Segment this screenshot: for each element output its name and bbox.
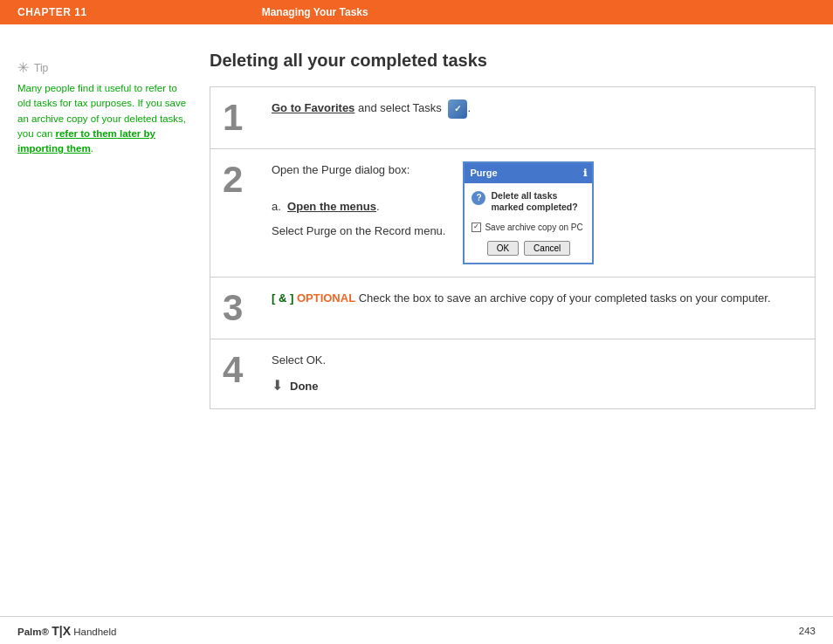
purge-ok-button[interactable]: OK xyxy=(487,241,519,256)
step-2-content: Open the Purge dialog box: a. Open the m… xyxy=(272,149,815,277)
step-4-content: Select OK. ⬇ Done xyxy=(272,339,815,409)
purge-title: Purge xyxy=(470,166,497,181)
steps-container: 1 Go to Favorites and select Tasks ✓. 2 … xyxy=(210,86,816,409)
step-1-row: 1 Go to Favorites and select Tasks ✓. xyxy=(210,87,815,149)
purge-checkbox-row[interactable]: ✓ Save archive copy on PC xyxy=(472,221,585,234)
step-2-b: Select Purge on the Record menu. xyxy=(272,223,445,241)
purge-buttons: OK Cancel xyxy=(472,241,585,256)
purge-dialog: Purge ℹ ? Delete all tasks marked comple… xyxy=(463,161,594,264)
step-2-row: 2 Open the Purge dialog box: a. Open the… xyxy=(210,149,815,277)
step-2-intro: Open the Purge dialog box: xyxy=(272,161,445,180)
purge-question-icon: ? xyxy=(472,191,485,205)
purge-question-text: Delete all tasks marked completed? xyxy=(491,190,585,214)
step-2-a: a. Open the menus. xyxy=(272,198,445,216)
header-bar: CHAPTER 11 Managing Your Tasks xyxy=(0,0,833,24)
step-2-inner: Open the Purge dialog box: a. Open the m… xyxy=(272,161,802,264)
done-arrow-icon: ⬇ xyxy=(272,375,283,396)
done-label: Done xyxy=(290,378,319,395)
purge-checkbox-label: Save archive copy on PC xyxy=(485,221,582,234)
section-title: Deleting all your completed tasks xyxy=(210,51,816,71)
tip-label: Tip xyxy=(34,62,48,74)
purge-title-bar: Purge ℹ xyxy=(465,163,592,183)
brand-name: Palm® xyxy=(17,627,49,637)
purge-body: ? Delete all tasks marked completed? ✓ S… xyxy=(465,183,592,263)
go-to-favorites-link[interactable]: Go to Favorites xyxy=(272,101,355,114)
purge-info-icon[interactable]: ℹ xyxy=(583,166,587,181)
purge-cancel-button[interactable]: Cancel xyxy=(524,241,570,256)
step-2-a-suffix: . xyxy=(376,200,380,213)
step-1-number: 1 xyxy=(210,87,272,148)
done-row: ⬇ Done xyxy=(272,375,802,396)
footer: Palm® T|X Handheld 243 xyxy=(0,616,833,644)
step-3-bracket: [ & ] xyxy=(272,291,293,305)
step-4-text: Select OK. xyxy=(272,352,802,369)
tip-period: . xyxy=(91,143,93,154)
step-1-text: Go to Favorites and select Tasks ✓. xyxy=(272,101,471,114)
sidebar-tip: ✳ Tip Many people find it useful to refe… xyxy=(17,51,192,409)
purge-question-row: ? Delete all tasks marked completed? xyxy=(472,190,585,214)
tip-text: Many people find it useful to refer to o… xyxy=(17,81,192,156)
step-3-optional: OPTIONAL xyxy=(297,291,355,305)
step-2-number: 2 xyxy=(210,149,272,210)
step-3-text: Check the box to save an archive copy of… xyxy=(359,291,771,305)
tip-asterisk-icon: ✳ xyxy=(17,59,29,76)
footer-brand: Palm® T|X Handheld xyxy=(17,624,116,638)
step-1-suffix: and select Tasks xyxy=(358,101,442,114)
tip-header: ✳ Tip xyxy=(17,59,192,76)
brand-model: T|X xyxy=(52,624,71,638)
step-2-text: Open the Purge dialog box: a. Open the m… xyxy=(272,161,445,241)
device-type: Handheld xyxy=(73,627,116,637)
footer-page-number: 243 xyxy=(799,626,816,636)
main-content: ✳ Tip Many people find it useful to refe… xyxy=(0,24,833,427)
step-4-number: 4 xyxy=(210,339,272,401)
step-1-content: Go to Favorites and select Tasks ✓. xyxy=(272,87,815,131)
step-3-number: 3 xyxy=(210,277,272,339)
chapter-title: Managing Your Tasks xyxy=(262,6,368,18)
chapter-label: CHAPTER 11 xyxy=(17,6,87,18)
step-4-row: 4 Select OK. ⬇ Done xyxy=(210,339,815,409)
tasks-icon: ✓ xyxy=(448,99,467,119)
step-3-row: 3 [ & ] OPTIONAL Check the box to save a… xyxy=(210,277,815,339)
step-3-content: [ & ] OPTIONAL Check the box to save an … xyxy=(272,277,815,319)
open-menus-link[interactable]: Open the menus xyxy=(287,200,376,213)
purge-checkbox[interactable]: ✓ xyxy=(472,223,481,232)
right-content: Deleting all your completed tasks 1 Go t… xyxy=(210,51,816,409)
